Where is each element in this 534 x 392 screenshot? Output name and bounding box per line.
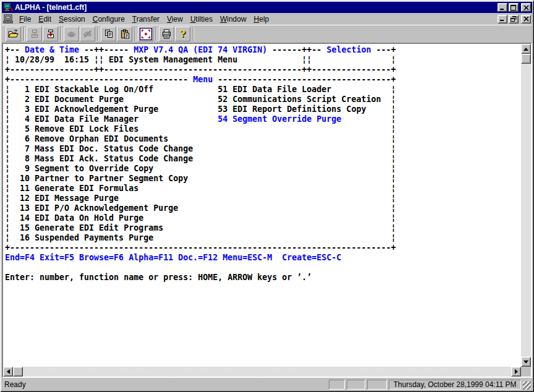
scroll-left-button[interactable] bbox=[3, 367, 13, 377]
app-window: ALPHA - [telnet1.cft] FileEditSessionC bbox=[0, 0, 534, 392]
terminal-view[interactable]: +-- Date & Time --++----- MXP V7.4 QA (E… bbox=[3, 44, 521, 367]
menu-utilties[interactable]: Utilties bbox=[187, 14, 216, 24]
open-folder-icon bbox=[8, 29, 19, 39]
paste-icon bbox=[120, 29, 130, 39]
menu-bar: FileEditSessionConfigureTransferViewUtil… bbox=[2, 13, 532, 25]
mdi-restore-icon bbox=[511, 15, 517, 23]
minimize-icon bbox=[499, 2, 506, 13]
paste-button[interactable] bbox=[117, 27, 132, 41]
terminal-line: +---------------------------------------… bbox=[5, 243, 521, 253]
terminal-line: ¦ 8 Mass EDI Ack. Status Code Change ¦ bbox=[5, 154, 521, 164]
vertical-scroll-track[interactable] bbox=[521, 64, 531, 357]
copy-button[interactable] bbox=[101, 27, 116, 41]
menu-help[interactable]: Help bbox=[250, 14, 273, 24]
svg-text:?: ? bbox=[180, 29, 185, 39]
terminal-line: ¦ 16 Suspended Payments Purge ¦ bbox=[5, 233, 521, 243]
terminal-line: ¦ 15 Generate EDI Edit Programs ¦ bbox=[5, 223, 521, 233]
status-text: Ready bbox=[4, 380, 327, 389]
close-icon bbox=[523, 2, 529, 13]
terminal-line: ¦ 10/28/99 16:15 ¦¦ EDI System Managemen… bbox=[5, 55, 521, 65]
copy-icon bbox=[104, 29, 114, 39]
client-area: +-- Date & Time --++----- MXP V7.4 QA (E… bbox=[2, 43, 532, 378]
toolbar-separator bbox=[193, 27, 194, 41]
status-datetime: Thursday, October 28,1999 04:11 PM bbox=[389, 380, 521, 390]
upload-button bbox=[27, 27, 42, 41]
toolbar-separator bbox=[98, 27, 99, 41]
mdi-close-button[interactable] bbox=[521, 15, 531, 23]
upload-icon bbox=[30, 29, 40, 39]
terminal-line: ¦ 12 EDI Message Purge ¦ bbox=[5, 194, 521, 203]
arrow-right-icon bbox=[515, 369, 518, 374]
status-pane bbox=[329, 380, 345, 390]
menu-file[interactable]: File bbox=[15, 14, 35, 24]
mdi-close-icon bbox=[523, 15, 529, 23]
window-title: ALPHA - [telnet1.cft] bbox=[15, 3, 498, 12]
vertical-scrollbar[interactable] bbox=[521, 44, 531, 367]
terminal-screen[interactable]: +-- Date & Time --++----- MXP V7.4 QA (E… bbox=[3, 44, 521, 283]
menu-items: FileEditSessionConfigureTransferViewUtil… bbox=[15, 14, 273, 24]
download-icon bbox=[46, 29, 56, 39]
terminal-line: ¦ 9 Segment to Override Copy ¦ bbox=[5, 164, 521, 174]
scrollbar-corner bbox=[521, 367, 531, 377]
terminal-line: ¦ 4 EDI Data File Manager 54 Segment Ove… bbox=[5, 114, 521, 124]
scroll-down-button[interactable] bbox=[521, 357, 531, 367]
maximize-icon bbox=[511, 2, 517, 13]
scroll-right-button[interactable] bbox=[511, 367, 521, 377]
horizontal-scrollbar[interactable] bbox=[3, 367, 521, 377]
horizontal-scroll-track[interactable] bbox=[23, 367, 511, 377]
terminal-line bbox=[5, 263, 521, 273]
disconnect-button bbox=[80, 27, 95, 41]
fullscreen-button[interactable] bbox=[138, 27, 153, 41]
app-terminal-icon bbox=[3, 3, 13, 12]
help-button[interactable]: ?? bbox=[175, 27, 190, 41]
maximize-button[interactable] bbox=[509, 3, 519, 12]
vertical-scroll-thumb[interactable] bbox=[521, 54, 531, 64]
menu-transfer[interactable]: Transfer bbox=[129, 14, 163, 24]
minimize-button[interactable] bbox=[498, 3, 507, 12]
arrow-left-icon bbox=[7, 369, 10, 374]
terminal-line: ¦ 6 Remove Orphan EDI Documents ¦ bbox=[5, 134, 521, 144]
terminal-line: ¦ 5 Remove EDI Lock Files ¦ bbox=[5, 124, 521, 134]
scroll-up-button[interactable] bbox=[521, 44, 531, 54]
terminal-line: ¦ 10 Partner to Partner Segment Copy ¦ bbox=[5, 174, 521, 184]
terminal-line: ¦ 13 EDI P/O Acknowledgement Purge ¦ bbox=[5, 203, 521, 213]
connect-button bbox=[64, 27, 79, 41]
mdi-document-terminal-icon bbox=[3, 14, 13, 23]
toolbar-separator bbox=[156, 27, 157, 41]
terminal-line: ¦ 3 EDI Acknowledgement Purge 53 EDI Rep… bbox=[5, 104, 521, 114]
arrow-up-icon bbox=[523, 48, 528, 51]
menu-configure[interactable]: Configure bbox=[89, 14, 129, 24]
fullscreen-icon bbox=[140, 28, 152, 40]
menu-edit[interactable]: Edit bbox=[35, 14, 55, 24]
menu-view[interactable]: View bbox=[163, 14, 187, 24]
menu-window[interactable]: Window bbox=[216, 14, 250, 24]
terminal-line: End=F4 Exit=F5 Browse=F6 Alpha=F11 Doc.=… bbox=[5, 253, 521, 263]
status-pane bbox=[367, 380, 387, 390]
disconnect-phone-icon bbox=[82, 29, 93, 39]
resize-grip[interactable] bbox=[523, 381, 531, 390]
terminal-line: +-- Date & Time --++----- MXP V7.4 QA (E… bbox=[5, 45, 521, 55]
toolbar: ?? bbox=[2, 25, 532, 43]
mdi-minimize-button[interactable] bbox=[498, 15, 507, 23]
toolbar-separator bbox=[23, 27, 25, 41]
menu-session[interactable]: Session bbox=[55, 14, 89, 24]
terminal-line: +-----------------++--------------------… bbox=[5, 65, 521, 75]
connect-phone-icon bbox=[66, 29, 77, 39]
titlebar: ALPHA - [telnet1.cft] bbox=[2, 2, 532, 13]
toolbar-separator bbox=[61, 27, 62, 41]
terminal-line: ¦ 2 EDI Document Purge 52 Communications… bbox=[5, 95, 521, 104]
status-bar: Ready Thursday, October 28,1999 04:11 PM bbox=[2, 378, 532, 390]
mdi-minimize-icon bbox=[499, 15, 506, 23]
terminal-line: +------------------------------------ Me… bbox=[5, 75, 521, 85]
open-session-button[interactable] bbox=[6, 27, 21, 41]
terminal-line: Enter: number, function name or press: H… bbox=[5, 273, 521, 283]
download-button[interactable] bbox=[43, 27, 58, 41]
mdi-restore-button[interactable] bbox=[509, 15, 519, 23]
arrow-down-icon bbox=[523, 360, 528, 364]
close-button[interactable] bbox=[521, 3, 531, 12]
print-button[interactable] bbox=[159, 27, 174, 41]
terminal-line: ¦ 1 EDI Stackable Log On/Off 51 EDI Data… bbox=[5, 85, 521, 95]
horizontal-scroll-thumb[interactable] bbox=[13, 367, 23, 377]
terminal-line: ¦ 11 Generate EDI Formulas ¦ bbox=[5, 184, 521, 194]
terminal-line: ¦ 14 EDI Data On Hold Purge ¦ bbox=[5, 213, 521, 223]
